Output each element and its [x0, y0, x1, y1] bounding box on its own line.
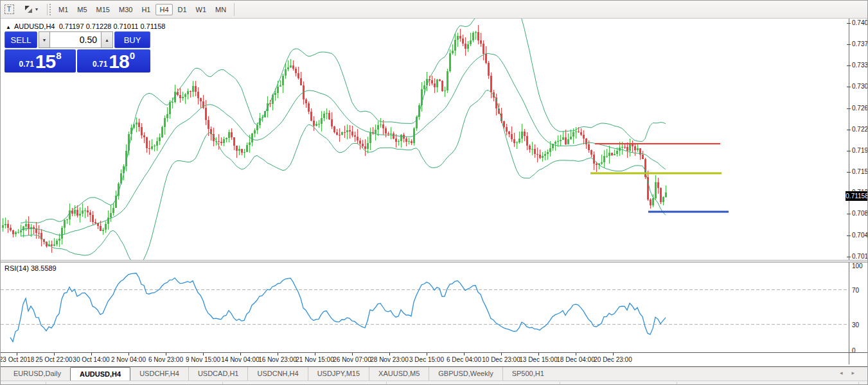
chart-tab-audusd-h4[interactable]: AUDUSD,H4	[70, 367, 130, 381]
price-tick-label: 0.73360	[852, 62, 868, 69]
price-tick-mark	[847, 23, 851, 24]
time-tick-mark	[128, 353, 129, 355]
time-tick-label: 2 Nov 04:00	[111, 356, 146, 363]
price-tick-mark	[847, 108, 851, 109]
time-tick-label: 9 Nov 15:00	[186, 356, 220, 363]
time-tick-mark	[91, 353, 92, 355]
time-tick-label: 28 Nov 23:00	[370, 356, 409, 363]
timeframe-button-mn[interactable]: MN	[211, 4, 230, 15]
status-bar-divider	[46, 382, 46, 385]
price-tick-mark	[847, 151, 851, 151]
price-tick-mark	[847, 172, 851, 173]
chart-tab-sp500-h1[interactable]: SP500,H1	[502, 367, 553, 381]
chart-tab-bar: EURUSD,DailyAUDUSD,H4USDCHF,H4USDCAD,H1U…	[1, 366, 868, 381]
timeframe-button-h4[interactable]: H4	[155, 4, 172, 15]
time-tick-label: 3 Dec 15:00	[409, 356, 444, 363]
tab-scroll-left-icon[interactable]: ◂	[840, 370, 852, 376]
timeframe-button-m5[interactable]: M5	[73, 4, 91, 15]
price-tick-label: 0.74080	[852, 19, 868, 26]
timeframe-button-m15[interactable]: M15	[93, 4, 114, 15]
time-tick-label: 6 Nov 23:00	[148, 356, 183, 363]
buy-price-display[interactable]: 0.71 18 0	[77, 49, 150, 73]
time-axis[interactable]: 23 Oct 201825 Oct 22:0030 Oct 14:002 Nov…	[1, 352, 868, 366]
chart-tab-usdchf-h4[interactable]: USDCHF,H4	[130, 367, 188, 381]
chart-tab-xauusd-m5[interactable]: XAUUSD,M5	[369, 367, 429, 381]
volume-increase-button[interactable]: ▲	[102, 31, 113, 48]
timeframe-group: M1M5M15M30H1H4D1W1MN	[54, 1, 231, 19]
chart-tab-gbpusd-weekly[interactable]: GBPUSD,Weekly	[429, 367, 502, 381]
chart-tab-eurusd-daily[interactable]: EURUSD,Daily	[4, 367, 70, 381]
rsi-name: RSI(14)	[4, 264, 29, 272]
timeframe-button-h1[interactable]: H1	[137, 4, 154, 15]
rsi-canvas[interactable]	[1, 262, 849, 352]
price-tick-label: 0.70490	[852, 232, 868, 239]
price-tick-label: 0.72280	[852, 126, 868, 133]
volume-input[interactable]: 0.50	[50, 31, 102, 48]
time-tick-label: 18 Dec 04:00	[556, 356, 595, 363]
time-tick-label: 26 Nov 07:00	[333, 356, 371, 363]
time-tick-mark	[389, 353, 390, 355]
timeframe-button-w1[interactable]: W1	[192, 4, 211, 15]
time-tick-mark	[427, 353, 427, 355]
collapse-triangle-icon[interactable]: ▲	[6, 24, 11, 30]
time-tick-mark	[315, 353, 315, 355]
rsi-value: 38.5589	[31, 264, 57, 272]
time-tick-mark	[54, 353, 55, 355]
price-tick-label: 0.71560	[852, 168, 868, 175]
time-tick-mark	[576, 353, 576, 355]
arrange-windows-button[interactable]: ▾	[20, 3, 42, 16]
price-axis-line	[849, 19, 849, 260]
time-tick-label: 16 Nov 23:00	[258, 356, 297, 363]
rsi-tick-label: 70	[852, 287, 859, 294]
time-tick-label: 13 Dec 15:00	[519, 356, 558, 363]
price-tick-label: 0.73720	[852, 40, 868, 47]
chart-tab-usdcnh-h4[interactable]: USDCNH,H4	[247, 367, 307, 381]
bollinger-middle-band	[21, 53, 666, 235]
status-bar-divider	[858, 382, 859, 385]
price-tick-label: 0.71920	[852, 147, 868, 154]
toolbar-grip[interactable]	[47, 4, 51, 15]
time-tick-mark	[166, 353, 166, 355]
time-tick-label: 30 Oct 14:00	[73, 356, 109, 363]
tab-scroll-right-icon[interactable]: ▸	[851, 370, 864, 376]
time-tick-mark	[352, 353, 353, 355]
price-tick-label: 0.72640	[852, 105, 868, 112]
price-tick-mark	[847, 87, 851, 87]
timeframe-button-m30[interactable]: M30	[115, 4, 136, 15]
one-click-trading-panel: SELL ▼ 0.50 ▲ BUY 0.71 15 8 0.71 18 0	[4, 31, 150, 73]
mt4-window: T ▾ M1M5M15M30H1H4D1W1MN ▲AUDUSD,H4 0.71…	[0, 0, 868, 385]
price-tick-mark	[847, 130, 851, 130]
text-tool-icon: T	[4, 4, 14, 14]
status-bar-divider	[222, 382, 223, 385]
volume-decrease-button[interactable]: ▼	[39, 31, 50, 48]
sell-price-display[interactable]: 0.71 15 8	[4, 49, 76, 73]
rsi-tick-label: 30	[852, 321, 859, 329]
status-bar	[1, 381, 868, 385]
toolbar: T ▾ M1M5M15M30H1H4D1W1MN	[1, 1, 868, 19]
chart-tab-usdjpy-m15[interactable]: USDJPY,M15	[308, 367, 369, 381]
chevron-down-icon: ▾	[35, 6, 38, 12]
time-tick-label: 25 Oct 22:00	[35, 356, 72, 363]
rsi-pane[interactable]: RSI(14) 38.5589 10070300	[1, 262, 868, 352]
time-tick-mark	[501, 353, 502, 355]
sell-button[interactable]: SELL	[4, 31, 37, 48]
timeframe-button-m1[interactable]: M1	[55, 4, 72, 15]
time-tick-mark	[464, 353, 465, 355]
text-tool-button[interactable]: T	[2, 3, 16, 16]
time-tick-mark	[203, 353, 204, 355]
price-chart-pane[interactable]: ▲AUDUSD,H4 0.71197 0.71228 0.71011 0.711…	[1, 19, 868, 260]
diagonal-arrows-icon	[24, 4, 33, 14]
price-tick-label: 0.70850	[852, 210, 868, 217]
rsi-tick-label: 100	[852, 262, 863, 270]
buy-button[interactable]: BUY	[114, 31, 150, 48]
time-tick-label: 20 Dec 23:00	[594, 356, 632, 363]
time-axis-corner-line	[849, 353, 849, 364]
price-tick-label: 0.73000	[852, 83, 868, 90]
timeframe-button-d1[interactable]: D1	[174, 4, 191, 15]
time-tick-label: 21 Nov 15:00	[296, 356, 334, 363]
rsi-line	[10, 273, 666, 342]
tab-scroll-arrows[interactable]: ◂▸	[840, 370, 864, 376]
toolbar-separator	[234, 3, 235, 16]
price-tick-mark	[847, 214, 851, 214]
chart-tab-usdcad-h1[interactable]: USDCAD,H1	[188, 367, 248, 381]
